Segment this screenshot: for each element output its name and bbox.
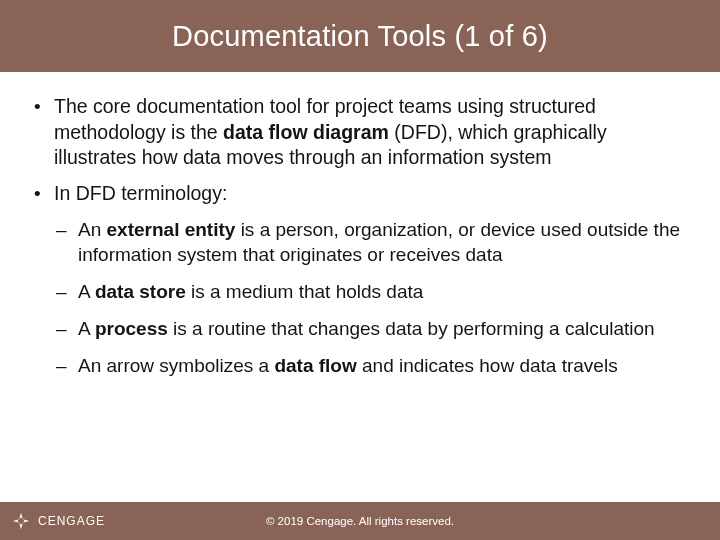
- footer-band: CENGAGE © 2019 Cengage. All rights reser…: [0, 502, 720, 540]
- cengage-logo-icon: [10, 510, 32, 532]
- slide-content: The core documentation tool for project …: [0, 72, 720, 502]
- svg-marker-1: [23, 519, 29, 523]
- bold-term: data flow: [274, 355, 362, 376]
- sub-bullet-item: An external entity is a person, organiza…: [54, 217, 692, 267]
- svg-marker-0: [19, 513, 23, 519]
- bold-term: data flow diagram: [223, 121, 394, 143]
- svg-marker-3: [13, 519, 19, 523]
- bold-term: external entity: [107, 219, 241, 240]
- bullet-item: In DFD terminology: An external entity i…: [32, 181, 692, 378]
- bullet-text: and indicates how data travels: [362, 355, 618, 376]
- sub-bullet-item: A process is a routine that changes data…: [54, 316, 692, 341]
- sub-bullet-item: A data store is a medium that holds data: [54, 279, 692, 304]
- bullet-text: A: [78, 318, 95, 339]
- sub-bullet-item: An arrow symbolizes a data flow and indi…: [54, 353, 692, 378]
- bullet-text: An: [78, 219, 107, 240]
- bullet-item: The core documentation tool for project …: [32, 94, 692, 171]
- slide: Documentation Tools (1 of 6) The core do…: [0, 0, 720, 540]
- brand-name: CENGAGE: [38, 514, 105, 528]
- svg-marker-2: [19, 523, 23, 529]
- bullet-text: In DFD terminology:: [54, 182, 227, 204]
- bold-term: data store: [95, 281, 191, 302]
- bold-term: process: [95, 318, 173, 339]
- slide-title: Documentation Tools (1 of 6): [172, 20, 548, 53]
- bullet-text: A: [78, 281, 95, 302]
- bullet-text: is a routine that changes data by perfor…: [173, 318, 655, 339]
- bullet-text: is a medium that holds data: [191, 281, 423, 302]
- title-band: Documentation Tools (1 of 6): [0, 0, 720, 72]
- brand: CENGAGE: [10, 510, 105, 532]
- bullet-text: An arrow symbolizes a: [78, 355, 274, 376]
- copyright-text: © 2019 Cengage. All rights reserved.: [266, 515, 454, 527]
